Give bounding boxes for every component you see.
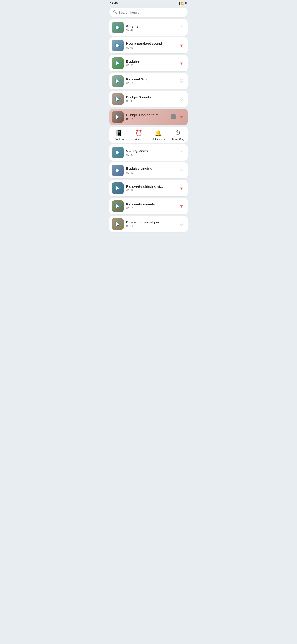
- favorite-button[interactable]: ♡: [178, 149, 185, 156]
- heart-icon: ♥: [180, 204, 183, 209]
- assign-tab-ringtone[interactable]: 📳Ringtone: [111, 130, 127, 141]
- list-item[interactable]: 🐦Budgies00:22♥: [109, 55, 188, 71]
- sound-thumbnail: 🐦: [112, 111, 124, 123]
- heart-icon: ♥: [180, 43, 183, 48]
- list-item[interactable]: 🐦Parakeet Singing00:16♡: [109, 73, 188, 89]
- ringtone-label: Ringtone: [114, 138, 124, 141]
- sound-duration: 00:18: [126, 118, 170, 121]
- favorite-button[interactable]: ♥: [178, 185, 185, 192]
- sound-duration: 00:22: [126, 64, 178, 67]
- sound-title: Parakeets sounds: [126, 202, 178, 206]
- sound-thumbnail: 🐦: [112, 93, 124, 105]
- favorite-button[interactable]: ♡: [178, 167, 185, 174]
- status-time: 12:40: [110, 2, 118, 5]
- sound-thumbnail: 🐦: [112, 164, 124, 176]
- stop-button[interactable]: [170, 113, 177, 120]
- assign-tab-notification[interactable]: 🔔Notification: [150, 130, 166, 141]
- list-item[interactable]: 🐦Parakeets sounds00:12♥: [109, 198, 188, 214]
- play-button[interactable]: [112, 147, 124, 158]
- play-button[interactable]: [112, 22, 124, 33]
- timerplay-icon: ⏱: [175, 130, 181, 136]
- heart-icon: ♡: [179, 78, 184, 84]
- play-button[interactable]: [112, 40, 124, 51]
- list-item[interactable]: 🐦Blossom-headed par…00:18♡: [109, 216, 188, 232]
- sound-title: Budgie singing to mi…: [126, 113, 170, 117]
- list-item[interactable]: 🐦Singing00:26♡: [109, 20, 188, 36]
- search-icon: [113, 10, 117, 15]
- wifi-icon: 📶: [181, 2, 184, 5]
- alarm-label: Alarm: [135, 138, 142, 141]
- list-item[interactable]: 🐦Budgie singing to mi…00:18♥: [109, 109, 188, 125]
- svg-marker-12: [116, 222, 119, 226]
- play-button[interactable]: [112, 111, 124, 123]
- signal-icon: ▐: [178, 2, 180, 5]
- sound-duration: 00:37: [126, 153, 178, 156]
- play-button[interactable]: [112, 58, 124, 69]
- favorite-button[interactable]: ♡: [178, 24, 185, 31]
- sound-info: Singing00:26: [126, 24, 178, 31]
- favorite-button[interactable]: ♡: [178, 78, 185, 85]
- ringtone-icon: 📳: [116, 130, 123, 136]
- heart-icon: ♡: [179, 168, 184, 173]
- sound-duration: 00:18: [126, 224, 178, 228]
- sound-info: Budgies00:22: [126, 60, 178, 67]
- list-item[interactable]: 🐦Parakeets chirping si…00:26♥: [109, 180, 188, 196]
- sound-info: Parakeets sounds00:12: [126, 202, 178, 210]
- sound-info: Budgies singing00:33: [126, 166, 178, 174]
- sound-info: Budgie Sounds00:37: [126, 95, 178, 103]
- svg-marker-9: [116, 168, 119, 172]
- heart-icon: ♥: [180, 61, 183, 66]
- search-input[interactable]: [119, 10, 184, 14]
- svg-marker-8: [116, 151, 119, 154]
- sound-list: 🐦Singing00:26♡🐦How a parakeet sound00:03…: [107, 20, 190, 127]
- sound-info: Parakeets chirping si…00:26: [126, 184, 178, 192]
- list-item[interactable]: 🐦Calling sound00:37♡: [109, 144, 188, 160]
- favorite-button[interactable]: ♡: [178, 96, 185, 103]
- list-item[interactable]: 🐦Budgie Sounds00:37♡: [109, 91, 188, 107]
- sound-title: Budgies singing: [126, 166, 178, 170]
- play-button[interactable]: [112, 75, 124, 87]
- sound-title: Parakeet Singing: [126, 77, 178, 81]
- status-bar: 12:40 ▐ 📶 ▮: [107, 0, 190, 6]
- list-item[interactable]: 🐦How a parakeet sound00:03♥: [109, 37, 188, 54]
- heart-icon: ♥: [180, 114, 183, 120]
- play-button[interactable]: [112, 200, 124, 212]
- assign-tab-alarm[interactable]: ⏰Alarm: [131, 130, 147, 141]
- sound-duration: 00:37: [126, 100, 178, 103]
- sound-title: Blossom-headed par…: [126, 220, 178, 224]
- play-button[interactable]: [112, 93, 124, 105]
- list-item[interactable]: 🐦Budgies singing00:33♡: [109, 162, 188, 178]
- alarm-icon: ⏰: [135, 130, 142, 136]
- sound-info: Blossom-headed par…00:18: [126, 220, 178, 228]
- play-button[interactable]: [112, 182, 124, 194]
- sound-title: Budgies: [126, 60, 178, 63]
- favorite-button[interactable]: ♥: [178, 60, 185, 67]
- svg-marker-7: [116, 115, 119, 119]
- sound-info: How a parakeet sound00:03: [126, 42, 178, 49]
- status-icons: ▐ 📶 ▮: [178, 2, 187, 5]
- sound-duration: 00:12: [126, 206, 178, 210]
- assign-tab-timerplay[interactable]: ⏱Timer Play: [170, 130, 186, 141]
- svg-marker-6: [116, 97, 119, 101]
- svg-marker-4: [116, 62, 119, 65]
- svg-marker-2: [116, 26, 119, 30]
- sound-thumbnail: 🐦: [112, 40, 124, 51]
- sound-list-2: 🐦Calling sound00:37♡🐦Budgies singing00:3…: [107, 144, 190, 234]
- sound-title: Budgie Sounds: [126, 95, 178, 99]
- sound-thumbnail: 🐦: [112, 22, 124, 33]
- heart-icon: ♡: [179, 96, 184, 102]
- assign-tabs: 📳Ringtone⏰Alarm🔔Notification⏱Timer Play: [109, 127, 188, 143]
- play-button[interactable]: [112, 164, 124, 176]
- search-bar: [109, 8, 188, 17]
- favorite-button[interactable]: ♥: [178, 202, 185, 210]
- favorite-button[interactable]: ♡: [178, 220, 185, 228]
- favorite-button[interactable]: ♥: [178, 42, 185, 49]
- sound-duration: 00:03: [126, 46, 178, 49]
- sound-thumbnail: 🐦: [112, 218, 124, 230]
- play-button[interactable]: [112, 218, 124, 230]
- notification-label: Notification: [152, 138, 165, 141]
- favorite-button[interactable]: ♥: [178, 113, 185, 120]
- sound-duration: 00:33: [126, 171, 178, 174]
- sound-title: How a parakeet sound: [126, 42, 178, 46]
- svg-marker-11: [116, 204, 119, 208]
